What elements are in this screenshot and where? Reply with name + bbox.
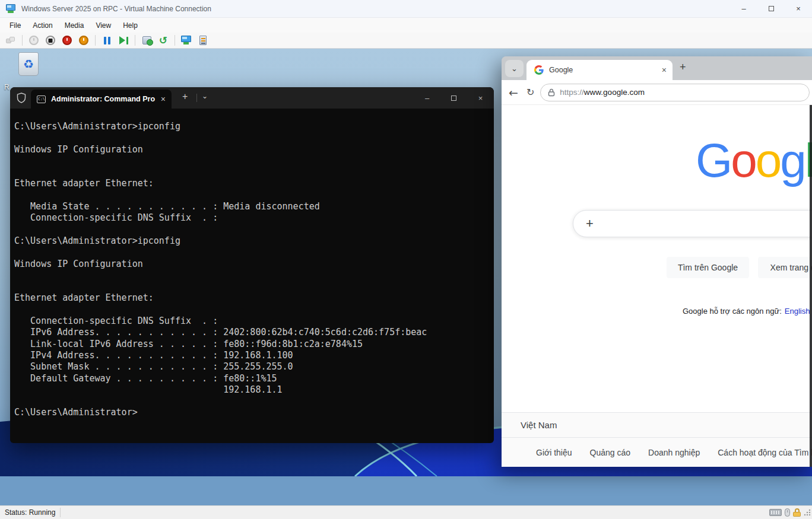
vm-minimize-button[interactable]: – (730, 0, 757, 17)
enhanced-session-button[interactable] (179, 34, 194, 47)
reload-button[interactable]: ↻ (526, 87, 534, 98)
maximize-icon (451, 95, 456, 101)
terminal-content[interactable]: C:\Users\Administrator>ipconfig Windows … (10, 109, 494, 419)
footer-link-advertising[interactable]: Quảng cáo (590, 448, 631, 457)
checkpoint-icon (142, 36, 151, 44)
menu-file[interactable]: File (4, 20, 27, 31)
back-button[interactable]: ← (509, 86, 518, 99)
checkpoint-button[interactable] (139, 34, 154, 47)
mouse-status-icon (785, 508, 790, 517)
turn-off-vm-button[interactable] (43, 34, 58, 47)
footer-link-about[interactable]: Giới thiệu (536, 448, 572, 457)
browser-tab-title: Google (549, 66, 573, 74)
vm-window-title: Windows Server 2025 on RPC - Virtual Mac… (21, 5, 211, 13)
resize-grip[interactable] (804, 509, 811, 516)
recycle-bin-label: R (4, 83, 9, 91)
save-state-icon (79, 36, 88, 45)
google-footer: Việt Nam Giới thiệu Quảng cáo Doanh nghi… (502, 412, 812, 467)
search-plus-icon[interactable]: + (586, 216, 594, 231)
language-link-english[interactable]: English (785, 307, 810, 316)
menu-view[interactable]: View (90, 20, 117, 31)
terminal-close-button[interactable]: × (467, 87, 494, 109)
recycle-bin-icon: ♻ (18, 52, 39, 76)
url-text: https://www.google.com (560, 88, 645, 97)
pause-vm-button[interactable] (100, 34, 114, 47)
menu-media[interactable]: Media (59, 20, 90, 31)
terminal-window[interactable]: C:\ Administrator: Command Pro × + ⌄ – ×… (10, 87, 494, 443)
power-start-icon (29, 36, 39, 45)
keyboard-status-icon (769, 509, 782, 516)
recycle-bin-desktop-icon[interactable]: ♻ (12, 52, 45, 76)
vm-titlebar: Windows Server 2025 on RPC - Virtual Mac… (0, 0, 812, 18)
lock-status-icon (793, 508, 801, 517)
terminal-minimize-button[interactable]: – (414, 87, 440, 109)
terminal-new-tab-button[interactable]: + (182, 91, 188, 102)
terminal-tab-title: Administrator: Command Pro (51, 95, 155, 103)
vm-status-text: Status: Running (0, 508, 60, 517)
pause-icon (104, 37, 110, 44)
browser-toolbar: ← ↻ https://www.google.com (502, 80, 812, 105)
feeling-lucky-button[interactable]: Xem trang đầu tiên tìm được (758, 257, 812, 278)
vm-connection-window: { "vm": { "title": "Windows Server 2025 … (0, 0, 812, 519)
terminal-titlebar[interactable]: C:\ Administrator: Command Pro × + ⌄ – × (10, 87, 494, 109)
vm-close-button[interactable]: × (785, 0, 812, 17)
menu-help[interactable]: Help (117, 20, 144, 31)
menu-action[interactable]: Action (27, 20, 58, 31)
browser-tab-strip: ⌄ Google × + (502, 56, 812, 80)
revert-icon: ↺ (159, 36, 167, 46)
admin-shield-icon (17, 93, 26, 103)
toolbar-separator (135, 35, 135, 46)
cmd-icon: C:\ (37, 95, 46, 103)
toolbar-separator (95, 35, 96, 46)
url-host: www.google.com (584, 88, 645, 97)
terminal-tab-dropdown-button[interactable]: ⌄ (202, 92, 208, 100)
revert-button[interactable]: ↺ (156, 34, 170, 47)
window-edge-shadow (810, 105, 812, 467)
footer-links: Giới thiệu Quảng cáo Doanh nghiệp Cách h… (502, 438, 812, 467)
address-bar[interactable]: https://www.google.com (540, 84, 810, 101)
terminal-tab-close-button[interactable]: × (161, 94, 166, 104)
reset-icon (119, 36, 128, 44)
footer-link-how-search-works[interactable]: Cách hoạt động của Tìm kiếm (718, 448, 812, 457)
url-scheme: https:// (560, 88, 584, 97)
ctrl-alt-del-icon (6, 37, 15, 44)
browser-tab-close-button[interactable]: × (662, 65, 667, 75)
ctrl-alt-del-button[interactable] (4, 34, 18, 47)
shut-down-vm-button[interactable] (60, 34, 74, 47)
google-logo: Google (696, 133, 812, 188)
google-page: Google + Tìm trên Google Xem trang đầu t… (502, 105, 812, 467)
lock-icon (548, 88, 555, 97)
browser-new-tab-button[interactable]: + (680, 61, 686, 74)
share-button[interactable] (196, 34, 210, 47)
maximize-icon (769, 6, 774, 11)
terminal-output: C:\Users\Administrator>ipconfig Windows … (14, 121, 489, 419)
google-favicon (534, 65, 544, 75)
turn-off-icon (46, 36, 55, 45)
toolbar-separator (22, 35, 23, 46)
google-search-button[interactable]: Tìm trên Google (667, 257, 749, 278)
edge-browser-window[interactable]: ⌄ Google × + ← ↻ https:// (502, 56, 812, 467)
browser-tab-google[interactable]: Google × (526, 60, 673, 80)
vm-connection-icon (6, 4, 17, 13)
vm-maximize-button[interactable] (757, 0, 785, 17)
vm-toolbar: ↺ (0, 33, 812, 49)
vm-statusbar: Status: Running (0, 505, 812, 519)
statusbar-separator (60, 508, 61, 517)
google-search-box[interactable]: + (573, 210, 812, 237)
vm-menubar: File Action Media View Help (0, 18, 812, 33)
save-vm-button[interactable] (77, 34, 91, 47)
footer-country: Việt Nam (502, 413, 812, 438)
reset-vm-button[interactable] (116, 34, 131, 47)
shut-down-icon (62, 36, 72, 45)
share-cabinet-icon (199, 36, 207, 45)
terminal-tab-separator (196, 94, 197, 102)
terminal-tab[interactable]: C:\ Administrator: Command Pro × (31, 90, 172, 109)
toolbar-separator (175, 35, 175, 46)
terminal-maximize-button[interactable] (440, 87, 467, 109)
start-vm-button[interactable] (27, 34, 41, 47)
footer-link-business[interactable]: Doanh nghiệp (648, 448, 700, 457)
language-offer-line: Google hỗ trợ các ngôn ngữ:English (683, 307, 810, 316)
guest-desktop[interactable]: ♻ R C:\ Administrator: Command Pro × + ⌄… (0, 49, 812, 505)
tab-actions-menu-button[interactable]: ⌄ (505, 60, 524, 77)
session-monitor-icon (181, 36, 192, 45)
